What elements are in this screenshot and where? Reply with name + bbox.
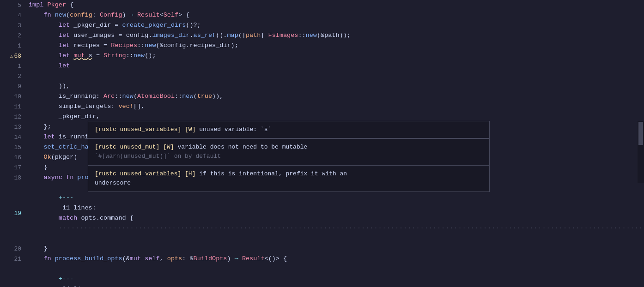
line-5: 5 impl Pkger { (0, 0, 644, 10)
tooltip-section-1: [rustc unused_variables] [W] unused vari… (88, 121, 489, 138)
line-number-5: 5 (0, 0, 27, 10)
line-number-4: 4 (0, 10, 27, 20)
fold-info-19: 11 lines: (59, 204, 100, 211)
line-9: 9 )), (0, 81, 644, 91)
line-content-10: is_running: Arc::new(AtomicBool::new(tru… (27, 91, 644, 102)
line-tooltip-1: 1 let [rustc unused_variables] [W] unuse… (0, 61, 644, 71)
line-4: 4 fn new(config: Config) → Result<Self> … (0, 10, 644, 20)
tooltip-label-1: [rustc unused_variables] (95, 126, 181, 133)
line-number-3: 3 (0, 20, 27, 30)
line-number-21: 21 (0, 254, 27, 264)
line-22-folded[interactable]: 22 +--- 84 lines: let span = info_span!(… (0, 264, 644, 287)
tooltip-section-2: [rustc unused_mut] [W] variable does not… (88, 139, 489, 165)
code-area: 5 impl Pkger { 4 fn new(config: Config) … (0, 0, 644, 287)
tooltip-message-2: variable does not need to be mutable (177, 144, 307, 150)
line-content-68: let mut s = String::new(); (27, 51, 644, 61)
line-content-22-folded: +--- 84 lines: let span = info_span!("pr… (27, 264, 644, 287)
tooltip-message-3b: underscore (95, 179, 131, 186)
tooltip-severity-3: [H] (185, 170, 199, 177)
line-2b: 2 (0, 71, 644, 81)
line-content-4: fn new(config: Config) → Result<Self> { (27, 10, 644, 20)
fold-indicator-19: +--- (59, 194, 73, 201)
line-20: 20 } (0, 244, 644, 254)
line-11: 11 simple_targets: vec![], (0, 102, 644, 112)
line-content-12: _pkger_dir, (27, 112, 644, 122)
fold-dots-19: ········································… (59, 225, 644, 232)
line-number-2b: 2 (0, 71, 27, 81)
tooltip-message-3: if this is intentional, prefix it with a… (199, 170, 347, 177)
line-number-68: ⚠68 (0, 51, 27, 61)
line-number-t1: 1 (0, 61, 27, 71)
line-number-13: 13 (0, 122, 27, 132)
line-number-14: 14 (0, 132, 27, 142)
line-number-18: 18 (0, 173, 27, 183)
tooltip-label-2: [rustc unused_mut] (95, 144, 159, 150)
line-content-5: impl Pkger { (27, 0, 644, 10)
tooltip-severity-2: [W] (163, 144, 177, 150)
line-2: 2 let user_images = config.images_dir.as… (0, 30, 644, 41)
line-content-1: let recipes = Recipes::new(&config.recip… (27, 41, 644, 51)
code-editor[interactable]: 5 impl Pkger { 4 fn new(config: Config) … (0, 0, 644, 287)
line-68: ⚠68 let mut s = String::new(); (0, 51, 644, 61)
line-number-2: 2 (0, 30, 27, 41)
warning-icon: ⚠ (10, 53, 13, 59)
line-content-3: let _pkger_dir = create_pkger_dirs()?; (27, 20, 644, 30)
line-21: 21 fn process_build_opts(&mut self, opts… (0, 254, 644, 264)
line-content-2b (27, 71, 644, 81)
line-number-12: 12 (0, 112, 27, 122)
line-1: 1 let recipes = Recipes::new(&config.rec… (0, 41, 644, 51)
tooltip-section-3: [rustc unused_variables] [H] if this is … (88, 166, 489, 191)
line-number-10: 10 (0, 91, 27, 102)
fold-indicator-22: +--- (59, 275, 73, 282)
tooltip-hint-2: `#[warn(unused_mut)]` on by default (95, 153, 221, 160)
line-number-15: 15 (0, 142, 27, 152)
tooltip-severity-1: [W] (185, 126, 195, 133)
line-number-11: 11 (0, 102, 27, 112)
line-12: 12 _pkger_dir, (0, 112, 644, 122)
line-content-9: )), (27, 81, 644, 91)
line-10: 10 is_running: Arc::new(AtomicBool::new(… (0, 91, 644, 102)
line-number-16: 16 (0, 152, 27, 162)
tooltip-message-1: unused variable: `s` (199, 126, 271, 133)
line-content-11: simple_targets: vec![], (27, 102, 644, 112)
line-number-19: 19 (0, 210, 27, 217)
line-number-20: 20 (0, 244, 27, 254)
tooltip-diagnostics: [rustc unused_variables] [W] unused vari… (88, 121, 490, 192)
line-number-1: 1 (0, 41, 27, 51)
line-content-21: fn process_build_opts(&mut self, opts: &… (27, 254, 644, 264)
line-number-17: 17 (0, 162, 27, 173)
line-content-2: let user_images = config.images_dir.as_r… (27, 30, 644, 41)
tooltip-label-3: [rustc unused_variables] (95, 170, 181, 177)
line-3: 3 let _pkger_dir = create_pkger_dirs()?; (0, 20, 644, 30)
line-content-20: } (27, 244, 644, 254)
line-number-9: 9 (0, 81, 27, 91)
line-content-t1: let (27, 61, 644, 71)
